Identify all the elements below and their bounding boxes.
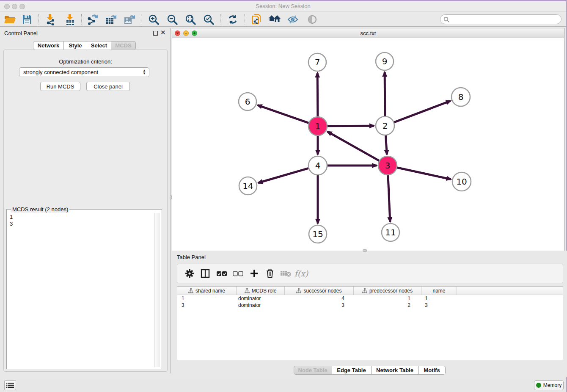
node-8[interactable]: 8 — [451, 88, 470, 106]
toolbar-separator — [38, 14, 39, 25]
cell-mcds-role[interactable]: dominator — [237, 302, 285, 309]
edge-2-8[interactable] — [393, 101, 451, 123]
export-image-icon[interactable] — [122, 13, 137, 26]
function-builder-icon[interactable]: f(x) — [294, 264, 308, 283]
delete-column-icon[interactable] — [263, 264, 277, 283]
edge-1-7[interactable] — [317, 73, 318, 118]
zoom-out-icon[interactable] — [165, 13, 180, 26]
delete-table-icon[interactable] — [278, 264, 293, 283]
table-panel-title: Table Panel — [177, 254, 206, 260]
export-table-icon[interactable] — [103, 13, 118, 26]
splitter-handle[interactable] — [363, 249, 367, 252]
column-chooser-icon[interactable] — [198, 264, 212, 283]
node-10[interactable]: 10 — [452, 172, 471, 191]
open-folder-icon[interactable] — [2, 13, 17, 26]
show-all-icon[interactable] — [305, 13, 320, 26]
float-panel-icon[interactable] — [153, 31, 158, 36]
deselect-all-icon[interactable] — [231, 264, 245, 283]
gear-icon[interactable] — [182, 264, 197, 283]
edge-3-10[interactable] — [396, 167, 451, 179]
mcds-result-text[interactable]: 1 3 — [8, 213, 154, 367]
node-7[interactable]: 7 — [308, 53, 326, 71]
network-canvas[interactable]: 1234678910111415 — [172, 38, 564, 251]
tab-network-table[interactable]: Network Table — [372, 366, 419, 375]
refresh-icon[interactable] — [225, 13, 240, 26]
splitter-handle[interactable] — [170, 195, 172, 199]
column-header-shared-name[interactable]: shared name — [177, 287, 237, 295]
column-header-successor-nodes[interactable]: successor nodes — [285, 287, 354, 295]
table-row[interactable]: 1 dominator 4 1 1 — [177, 295, 563, 302]
edge-4-14[interactable] — [258, 168, 310, 183]
node-table[interactable]: shared name MCDS role successor nodes pr… — [177, 286, 563, 360]
svg-text:15: 15 — [312, 229, 323, 239]
mcds-result-scrollbar[interactable] — [154, 213, 160, 367]
search-input[interactable] — [451, 16, 561, 23]
export-network-icon[interactable] — [85, 13, 100, 26]
node-6[interactable]: 6 — [239, 93, 256, 110]
column-header-predecessor-nodes[interactable]: predecessor nodes — [354, 287, 421, 295]
edge-2-9[interactable] — [385, 72, 385, 117]
criterion-dropdown[interactable]: strongly connected component ▲▼ — [19, 67, 149, 77]
close-panel-icon[interactable]: ✕ — [160, 29, 166, 36]
tab-motifs[interactable]: Motifs — [419, 366, 446, 375]
main-toolbar — [0, 11, 566, 27]
column-header-mcds-role[interactable]: MCDS role — [237, 287, 285, 295]
cell-name[interactable]: 1 — [421, 295, 457, 302]
zoom-selected-icon[interactable] — [201, 13, 216, 26]
tab-edge-table[interactable]: Edge Table — [332, 366, 372, 375]
add-column-icon[interactable] — [247, 264, 261, 283]
cell-successor-nodes[interactable]: 3 — [285, 302, 354, 309]
memory-status-icon — [536, 383, 541, 388]
column-header-filler — [457, 287, 563, 295]
svg-text:3: 3 — [385, 160, 391, 171]
zoom-fit-icon[interactable] — [183, 13, 198, 26]
hide-selected-icon[interactable] — [285, 13, 300, 26]
attribute-icon — [188, 288, 193, 293]
cell-shared-name[interactable]: 3 — [177, 302, 237, 309]
node-11[interactable]: 11 — [382, 224, 399, 241]
tab-select[interactable]: Select — [87, 41, 111, 50]
cell-predecessor-nodes[interactable]: 1 — [354, 295, 421, 302]
node-3[interactable]: 3 — [378, 156, 397, 175]
table-row[interactable]: 3 dominator 3 2 3 — [177, 302, 563, 309]
cell-successor-nodes[interactable]: 4 — [285, 295, 354, 302]
import-table-icon[interactable] — [63, 13, 78, 26]
tab-mcds[interactable]: MCDS — [111, 41, 136, 50]
node-15[interactable]: 15 — [309, 225, 327, 243]
cell-mcds-role[interactable]: dominator — [237, 295, 285, 302]
edge-3-11[interactable] — [388, 174, 390, 222]
control-panel-title: Control Panel — [4, 30, 38, 36]
select-all-icon[interactable] — [215, 264, 229, 283]
zoom-in-icon[interactable] — [146, 13, 161, 26]
tab-style[interactable]: Style — [64, 41, 87, 50]
tab-node-table[interactable]: Node Table — [294, 366, 332, 375]
memory-button[interactable]: Memory — [534, 380, 564, 390]
svg-text:8: 8 — [458, 92, 464, 102]
network-graph[interactable]: 1234678910111415 — [172, 38, 565, 251]
cell-shared-name[interactable]: 1 — [177, 295, 237, 302]
edge-1-6[interactable] — [258, 105, 310, 123]
edge-2-3[interactable] — [385, 134, 387, 155]
cell-predecessor-nodes[interactable]: 2 — [354, 302, 421, 309]
edge-1-2[interactable] — [326, 126, 374, 126]
network-window-titlebar[interactable]: × – + scc.txt — [172, 28, 564, 38]
node-1[interactable]: 1 — [308, 117, 327, 135]
node-4[interactable]: 4 — [308, 156, 327, 175]
import-network-icon[interactable] — [43, 13, 58, 26]
clone-network-icon[interactable] — [249, 13, 264, 26]
search-field[interactable] — [440, 14, 561, 24]
column-header-name[interactable]: name — [421, 287, 457, 295]
close-panel-button[interactable]: Close panel — [86, 82, 130, 91]
dropdown-arrows-icon: ▲▼ — [143, 69, 146, 75]
node-14[interactable]: 14 — [239, 177, 257, 195]
run-mcds-button[interactable]: Run MCDS — [40, 82, 80, 91]
edge-3-1[interactable] — [328, 132, 380, 161]
mcds-result-box: MCDS result (2 nodes) 1 3 — [6, 209, 162, 369]
tab-network[interactable]: Network — [33, 41, 64, 50]
task-history-button[interactable] — [4, 380, 16, 390]
cell-name[interactable]: 3 — [421, 302, 457, 309]
home-layout-icon[interactable] — [267, 13, 282, 26]
save-icon[interactable] — [19, 13, 35, 26]
node-9[interactable]: 9 — [376, 52, 394, 70]
node-2[interactable]: 2 — [376, 116, 394, 135]
